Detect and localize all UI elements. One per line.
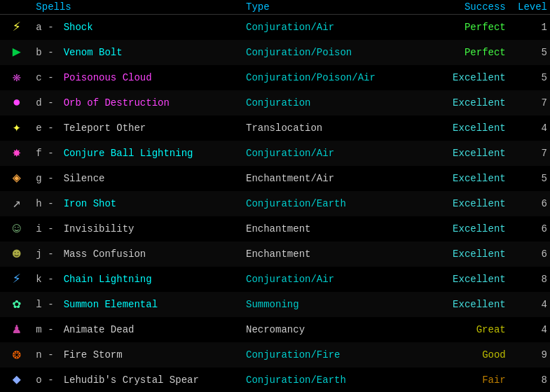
spell-name: Summon Elemental [61,292,243,317]
table-row[interactable]: ✦ e - Teleport Other Translocation Excel… [0,115,550,141]
spell-name: Iron Shot [61,191,243,216]
spell-icon: ✦ [0,115,33,141]
spell-key: i - [33,216,60,241]
spell-key: e - [33,115,60,141]
spell-key: h - [33,191,60,216]
spell-success: Excellent [425,292,508,317]
spell-key: f - [33,141,60,166]
table-row[interactable]: ⚡ k - Chain Lightning Conjuration/Air Ex… [0,267,550,292]
spell-icon: ◈ [0,166,33,191]
spell-success: Excellent [425,141,508,166]
spell-success: Excellent [425,267,508,292]
spell-type: Necromancy [243,317,425,342]
spell-name: Silence [61,166,243,191]
spell-type: Summoning [243,292,425,317]
table-row[interactable]: ✿ l - Summon Elemental Summoning Excelle… [0,292,550,317]
spell-name: Animate Dead [61,317,243,342]
spell-level: 6 [509,191,550,216]
spell-icon: ● [0,90,33,115]
spell-key: o - [33,368,60,392]
spell-key: m - [33,317,60,342]
table-row[interactable]: ● d - Orb of Destruction Conjuration Exc… [0,90,550,115]
spell-icon: ❂ [0,342,33,368]
spell-type: Conjuration/Fire [243,342,425,368]
spell-success: Excellent [425,65,508,90]
table-row[interactable]: ⚡ a - Shock Conjuration/Air Perfect 1 [0,15,550,41]
table-row[interactable]: ▶ b - Venom Bolt Conjuration/Poison Perf… [0,40,550,65]
spell-icon: ☺ [0,216,33,241]
header-icon [0,0,33,15]
spell-icon: ☻ [0,241,33,267]
spell-key: d - [33,90,60,115]
spell-name: Mass Confusion [61,241,243,267]
spell-success: Excellent [425,166,508,191]
spell-level: 8 [509,267,550,292]
spell-key: b - [33,40,60,65]
spell-success: Excellent [425,241,508,267]
spell-level: 4 [509,292,550,317]
header-spells: Spells [33,0,243,15]
spell-success: Excellent [425,90,508,115]
spell-success: Good [425,342,508,368]
spell-type: Conjuration [243,90,425,115]
spell-key: c - [33,65,60,90]
spell-icon: ⚡ [0,15,33,41]
spell-success: Excellent [425,191,508,216]
spell-key: a - [33,15,60,41]
spell-type: Translocation [243,115,425,141]
spell-type: Conjuration/Poison/Air [243,65,425,90]
spell-level: 5 [509,166,550,191]
spell-name: Venom Bolt [61,40,243,65]
header-type: Type [243,0,425,15]
spell-key: k - [33,267,60,292]
spell-name: Chain Lightning [61,267,243,292]
spell-name: Lehudib's Crystal Spear [61,368,243,392]
spell-level: 5 [509,40,550,65]
spell-success: Perfect [425,15,508,41]
table-row[interactable]: ↗ h - Iron Shot Conjuration/Earth Excell… [0,191,550,216]
spell-icon: ❋ [0,65,33,90]
table-row[interactable]: ☻ j - Mass Confusion Enchantment Excelle… [0,241,550,267]
spell-type: Conjuration/Poison [243,40,425,65]
spell-icon: ▶ [0,40,33,65]
spell-type: Conjuration/Earth [243,191,425,216]
header-success: Success [425,0,508,15]
spell-name: Conjure Ball Lightning [61,141,243,166]
spell-level: 1 [509,15,550,41]
table-row[interactable]: ☺ i - Invisibility Enchantment Excellent… [0,216,550,241]
table-row[interactable]: ♟ m - Animate Dead Necromancy Great 4 [0,317,550,342]
spell-success: Great [425,317,508,342]
spell-name: Teleport Other [61,115,243,141]
spell-level: 7 [509,141,550,166]
spell-icon: ◆ [0,368,33,392]
spell-type: Enchantment/Air [243,166,425,191]
spell-icon: ↗ [0,191,33,216]
spell-type: Conjuration/Air [243,267,425,292]
spell-type: Enchantment [243,216,425,241]
table-row[interactable]: ◆ o - Lehudib's Crystal Spear Conjuratio… [0,368,550,392]
spell-key: n - [33,342,60,368]
spell-key: l - [33,292,60,317]
spell-key: g - [33,166,60,191]
spell-type: Conjuration/Air [243,15,425,41]
table-row[interactable]: ✸ f - Conjure Ball Lightning Conjuration… [0,141,550,166]
spell-icon: ✿ [0,292,33,317]
spell-level: 4 [509,317,550,342]
table-row[interactable]: ◈ g - Silence Enchantment/Air Excellent … [0,166,550,191]
spell-icon: ⚡ [0,267,33,292]
spell-level: 9 [509,342,550,368]
spell-type: Conjuration/Air [243,141,425,166]
spell-success: Perfect [425,40,508,65]
spell-list: Spells Type Success Level ⚡ a - Shock Co… [0,0,550,392]
spell-level: 7 [509,90,550,115]
table-header: Spells Type Success Level [0,0,550,15]
table-row[interactable]: ❋ c - Poisonous Cloud Conjuration/Poison… [0,65,550,90]
spell-name: Orb of Destruction [61,90,243,115]
header-level: Level [509,0,550,15]
spell-level: 5 [509,65,550,90]
spell-name: Fire Storm [61,342,243,368]
table-row[interactable]: ❂ n - Fire Storm Conjuration/Fire Good 9 [0,342,550,368]
spell-icon: ♟ [0,317,33,342]
spell-level: 6 [509,241,550,267]
spell-name: Shock [61,15,243,41]
